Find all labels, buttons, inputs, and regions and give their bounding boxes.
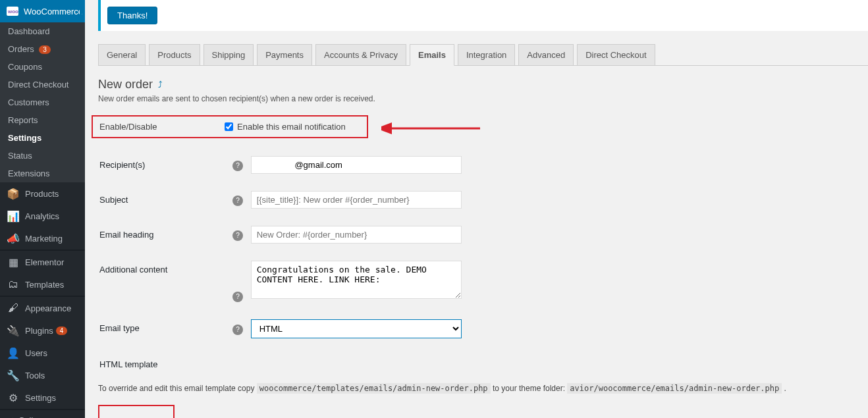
settings-tabs: General Products Shipping Payments Accou… bbox=[98, 44, 868, 66]
template-source-path: woocommerce/templates/emails/admin-new-o… bbox=[257, 383, 491, 394]
sidebar-label: WooCommerce bbox=[24, 7, 83, 16]
sidebar-item-plugins[interactable]: 🔌 Plugins 4 bbox=[0, 319, 85, 342]
save-highlight: Save changes bbox=[98, 405, 175, 418]
sidebar-sub-reports[interactable]: Reports bbox=[0, 111, 85, 129]
plugins-icon: 🔌 bbox=[7, 324, 20, 337]
tab-shipping[interactable]: Shipping bbox=[203, 44, 254, 65]
sidebar-item-tools[interactable]: 🔧 Tools bbox=[0, 364, 85, 386]
sidebar-sub-coupons[interactable]: Coupons bbox=[0, 58, 85, 76]
sidebar-sub-settings[interactable]: Settings bbox=[0, 129, 85, 147]
page-title: New order ⤴ bbox=[98, 78, 855, 91]
collapse-menu[interactable]: ◀ Collapse menu bbox=[0, 410, 85, 418]
tab-advanced[interactable]: Advanced bbox=[518, 44, 574, 65]
settings-icon: ⚙ bbox=[7, 391, 20, 404]
additional-content-input[interactable]: Congratulations on the sale. DEMO CONTEN… bbox=[251, 261, 462, 299]
orders-badge: 3 bbox=[39, 45, 51, 54]
help-icon[interactable]: ? bbox=[232, 161, 243, 171]
analytics-icon: 📊 bbox=[7, 209, 20, 222]
annotation-arrow bbox=[381, 118, 487, 138]
sidebar-sub-customers[interactable]: Customers bbox=[0, 93, 85, 111]
tab-emails[interactable]: Emails bbox=[410, 44, 454, 66]
sidebar-item-templates[interactable]: 🗂 Templates bbox=[0, 273, 85, 296]
sidebar-item-woocommerce[interactable]: woo WooCommerce bbox=[0, 0, 85, 22]
recipients-label: Recipient(s) bbox=[99, 148, 231, 182]
svg-text:woo: woo bbox=[7, 9, 18, 14]
enable-label: Enable/Disable bbox=[99, 122, 225, 132]
help-icon[interactable]: ? bbox=[232, 196, 243, 206]
products-icon: 📦 bbox=[7, 187, 20, 200]
tab-accounts[interactable]: Accounts & Privacy bbox=[315, 44, 406, 65]
heading-label: Email heading bbox=[99, 218, 231, 251]
page-description: New order emails are sent to chosen reci… bbox=[98, 94, 855, 103]
additional-label: Additional content bbox=[99, 253, 231, 310]
enable-highlight: Enable/Disable Enable this email notific… bbox=[92, 115, 368, 138]
users-icon: 👤 bbox=[7, 346, 20, 359]
help-icon[interactable]: ? bbox=[232, 230, 243, 241]
enable-checkbox[interactable] bbox=[225, 122, 233, 131]
tab-direct-checkout[interactable]: Direct Checkout bbox=[577, 44, 655, 65]
subject-input[interactable] bbox=[251, 191, 462, 209]
tab-products[interactable]: Products bbox=[149, 44, 200, 65]
email-type-label: Email type bbox=[99, 311, 231, 346]
collapse-icon: ◀ bbox=[7, 415, 13, 418]
help-icon[interactable]: ? bbox=[232, 325, 243, 335]
template-label: HTML template bbox=[99, 348, 231, 377]
sidebar-sub-orders[interactable]: Orders 3 bbox=[0, 40, 85, 58]
sidebar-item-appearance[interactable]: 🖌 Appearance bbox=[0, 297, 85, 319]
recipients-input[interactable] bbox=[251, 156, 462, 174]
sidebar-item-marketing[interactable]: 📣 Marketing bbox=[0, 227, 85, 249]
elementor-icon: ▦ bbox=[7, 255, 20, 269]
woocommerce-icon: woo bbox=[7, 5, 18, 18]
tab-payments[interactable]: Payments bbox=[257, 44, 312, 65]
help-icon[interactable]: ? bbox=[232, 292, 243, 302]
marketing-icon: 📣 bbox=[7, 232, 20, 245]
notice-banner: Thanks! bbox=[98, 0, 868, 31]
sidebar-item-users[interactable]: 👤 Users bbox=[0, 342, 85, 364]
thanks-button[interactable]: Thanks! bbox=[107, 7, 157, 24]
main-content: Thanks! General Products Shipping Paymen… bbox=[85, 0, 868, 418]
sidebar-item-settings[interactable]: ⚙ Settings bbox=[0, 386, 85, 409]
sidebar-sub-direct-checkout[interactable]: Direct Checkout bbox=[0, 76, 85, 93]
appearance-icon: 🖌 bbox=[7, 301, 20, 315]
sidebar-sub-extensions[interactable]: Extensions bbox=[0, 165, 85, 182]
tab-general[interactable]: General bbox=[98, 44, 146, 65]
tools-icon: 🔧 bbox=[7, 369, 20, 382]
sidebar-item-products[interactable]: 📦 Products bbox=[0, 182, 85, 205]
template-description: To override and edit this email template… bbox=[98, 384, 855, 393]
plugins-badge: 4 bbox=[56, 327, 68, 335]
tab-integration[interactable]: Integration bbox=[458, 44, 515, 65]
admin-sidebar: woo WooCommerce Dashboard Orders 3 Coupo… bbox=[0, 0, 85, 418]
email-type-select[interactable]: HTML bbox=[251, 319, 462, 338]
enable-checkbox-row[interactable]: Enable this email notification bbox=[225, 122, 346, 132]
sidebar-sub-status[interactable]: Status bbox=[0, 147, 85, 165]
subject-label: Subject bbox=[99, 183, 231, 217]
templates-icon: 🗂 bbox=[7, 278, 20, 291]
template-dest-path: avior/woocommerce/emails/admin-new-order… bbox=[567, 383, 782, 394]
sidebar-item-elementor[interactable]: ▦ Elementor bbox=[0, 251, 85, 273]
heading-input[interactable] bbox=[251, 226, 462, 244]
sidebar-sub-dashboard[interactable]: Dashboard bbox=[0, 22, 85, 40]
back-link[interactable]: ⤴ bbox=[158, 80, 163, 90]
sidebar-item-analytics[interactable]: 📊 Analytics bbox=[0, 205, 85, 227]
